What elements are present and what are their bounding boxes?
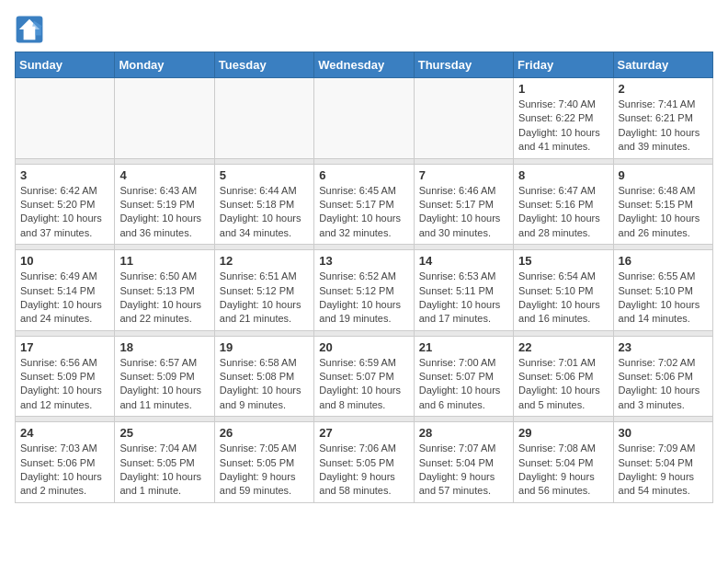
calendar-cell: 13Sunrise: 6:52 AM Sunset: 5:12 PM Dayli… [314, 250, 414, 331]
day-info: Sunrise: 6:46 AM Sunset: 5:17 PM Dayligh… [419, 184, 508, 241]
calendar-cell: 1Sunrise: 7:40 AM Sunset: 6:22 PM Daylig… [514, 78, 613, 159]
day-info: Sunrise: 7:04 AM Sunset: 5:05 PM Dayligh… [119, 442, 209, 499]
weekday-header-wednesday: Wednesday [314, 52, 414, 78]
calendar-cell [214, 78, 313, 159]
day-info: Sunrise: 6:53 AM Sunset: 5:11 PM Dayligh… [419, 270, 508, 327]
weekday-header-sunday: Sunday [16, 52, 115, 78]
day-info: Sunrise: 7:40 AM Sunset: 6:22 PM Dayligh… [518, 98, 608, 155]
calendar-cell: 19Sunrise: 6:58 AM Sunset: 5:08 PM Dayli… [214, 336, 313, 417]
day-info: Sunrise: 6:44 AM Sunset: 5:18 PM Dayligh… [220, 184, 309, 241]
day-number: 21 [419, 340, 508, 354]
day-info: Sunrise: 7:07 AM Sunset: 5:04 PM Dayligh… [419, 442, 508, 499]
day-info: Sunrise: 6:43 AM Sunset: 5:19 PM Dayligh… [119, 184, 209, 241]
day-info: Sunrise: 6:48 AM Sunset: 5:15 PM Dayligh… [619, 184, 708, 241]
day-number: 13 [319, 254, 408, 268]
calendar-cell: 26Sunrise: 7:05 AM Sunset: 5:05 PM Dayli… [214, 422, 313, 503]
day-number: 26 [220, 426, 309, 440]
day-number: 29 [518, 426, 608, 440]
weekday-header-row: SundayMondayTuesdayWednesdayThursdayFrid… [16, 52, 713, 78]
day-info: Sunrise: 6:56 AM Sunset: 5:09 PM Dayligh… [20, 356, 109, 413]
calendar-cell: 7Sunrise: 6:46 AM Sunset: 5:17 PM Daylig… [414, 164, 513, 245]
calendar-cell: 30Sunrise: 7:09 AM Sunset: 5:04 PM Dayli… [613, 422, 712, 503]
day-number: 18 [119, 340, 209, 354]
day-info: Sunrise: 7:03 AM Sunset: 5:06 PM Dayligh… [20, 442, 109, 499]
day-number: 11 [119, 254, 209, 268]
calendar-cell: 18Sunrise: 6:57 AM Sunset: 5:09 PM Dayli… [115, 336, 214, 417]
calendar-cell: 6Sunrise: 6:45 AM Sunset: 5:17 PM Daylig… [314, 164, 414, 245]
calendar-cell: 29Sunrise: 7:08 AM Sunset: 5:04 PM Dayli… [514, 422, 613, 503]
week-row-0: 1Sunrise: 7:40 AM Sunset: 6:22 PM Daylig… [16, 78, 713, 159]
day-number: 17 [20, 340, 109, 354]
calendar-cell [414, 78, 513, 159]
calendar-cell: 25Sunrise: 7:04 AM Sunset: 5:05 PM Dayli… [115, 422, 214, 503]
calendar-cell: 5Sunrise: 6:44 AM Sunset: 5:18 PM Daylig… [214, 164, 313, 245]
day-number: 9 [619, 168, 708, 182]
weekday-header-saturday: Saturday [613, 52, 712, 78]
day-number: 4 [119, 168, 209, 182]
day-info: Sunrise: 6:54 AM Sunset: 5:10 PM Dayligh… [518, 270, 608, 327]
calendar-cell: 4Sunrise: 6:43 AM Sunset: 5:19 PM Daylig… [115, 164, 214, 245]
day-number: 14 [419, 254, 508, 268]
calendar-cell [115, 78, 214, 159]
calendar-cell [16, 78, 115, 159]
day-info: Sunrise: 7:05 AM Sunset: 5:05 PM Dayligh… [220, 442, 309, 499]
day-info: Sunrise: 7:02 AM Sunset: 5:06 PM Dayligh… [619, 356, 708, 413]
week-row-3: 17Sunrise: 6:56 AM Sunset: 5:09 PM Dayli… [16, 336, 713, 417]
day-info: Sunrise: 6:59 AM Sunset: 5:07 PM Dayligh… [319, 356, 408, 413]
calendar-cell: 14Sunrise: 6:53 AM Sunset: 5:11 PM Dayli… [414, 250, 513, 331]
day-info: Sunrise: 6:49 AM Sunset: 5:14 PM Dayligh… [20, 270, 109, 327]
weekday-header-thursday: Thursday [414, 52, 513, 78]
day-number: 25 [119, 426, 209, 440]
calendar-cell: 10Sunrise: 6:49 AM Sunset: 5:14 PM Dayli… [16, 250, 115, 331]
day-info: Sunrise: 7:01 AM Sunset: 5:06 PM Dayligh… [518, 356, 608, 413]
day-info: Sunrise: 6:55 AM Sunset: 5:10 PM Dayligh… [619, 270, 708, 327]
day-info: Sunrise: 6:50 AM Sunset: 5:13 PM Dayligh… [119, 270, 209, 327]
day-info: Sunrise: 6:57 AM Sunset: 5:09 PM Dayligh… [119, 356, 209, 413]
calendar-cell: 22Sunrise: 7:01 AM Sunset: 5:06 PM Dayli… [514, 336, 613, 417]
calendar-cell: 21Sunrise: 7:00 AM Sunset: 5:07 PM Dayli… [414, 336, 513, 417]
day-info: Sunrise: 7:09 AM Sunset: 5:04 PM Dayligh… [619, 442, 708, 499]
day-info: Sunrise: 6:47 AM Sunset: 5:16 PM Dayligh… [518, 184, 608, 241]
week-row-1: 3Sunrise: 6:42 AM Sunset: 5:20 PM Daylig… [16, 164, 713, 245]
calendar-cell: 2Sunrise: 7:41 AM Sunset: 6:21 PM Daylig… [613, 78, 712, 159]
day-number: 16 [619, 254, 708, 268]
day-number: 22 [518, 340, 608, 354]
day-number: 15 [518, 254, 608, 268]
day-number: 8 [518, 168, 608, 182]
day-info: Sunrise: 6:58 AM Sunset: 5:08 PM Dayligh… [220, 356, 309, 413]
day-number: 23 [619, 340, 708, 354]
day-info: Sunrise: 7:08 AM Sunset: 5:04 PM Dayligh… [518, 442, 608, 499]
day-number: 7 [419, 168, 508, 182]
day-info: Sunrise: 6:52 AM Sunset: 5:12 PM Dayligh… [319, 270, 408, 327]
calendar-cell: 27Sunrise: 7:06 AM Sunset: 5:05 PM Dayli… [314, 422, 414, 503]
week-row-4: 24Sunrise: 7:03 AM Sunset: 5:06 PM Dayli… [16, 422, 713, 503]
day-number: 6 [319, 168, 408, 182]
calendar-cell: 15Sunrise: 6:54 AM Sunset: 5:10 PM Dayli… [514, 250, 613, 331]
day-number: 3 [20, 168, 109, 182]
day-number: 19 [220, 340, 309, 354]
calendar-cell: 20Sunrise: 6:59 AM Sunset: 5:07 PM Dayli… [314, 336, 414, 417]
calendar-cell: 24Sunrise: 7:03 AM Sunset: 5:06 PM Dayli… [16, 422, 115, 503]
week-row-2: 10Sunrise: 6:49 AM Sunset: 5:14 PM Dayli… [16, 250, 713, 331]
calendar-cell: 11Sunrise: 6:50 AM Sunset: 5:13 PM Dayli… [115, 250, 214, 331]
day-info: Sunrise: 7:06 AM Sunset: 5:05 PM Dayligh… [319, 442, 408, 499]
calendar-cell: 9Sunrise: 6:48 AM Sunset: 5:15 PM Daylig… [613, 164, 712, 245]
day-info: Sunrise: 6:51 AM Sunset: 5:12 PM Dayligh… [220, 270, 309, 327]
logo-icon [15, 15, 44, 44]
day-info: Sunrise: 6:45 AM Sunset: 5:17 PM Dayligh… [319, 184, 408, 241]
day-number: 1 [518, 82, 608, 96]
day-number: 28 [419, 426, 508, 440]
day-number: 20 [319, 340, 408, 354]
day-number: 2 [619, 82, 708, 96]
day-info: Sunrise: 6:42 AM Sunset: 5:20 PM Dayligh… [20, 184, 109, 241]
calendar-cell: 3Sunrise: 6:42 AM Sunset: 5:20 PM Daylig… [16, 164, 115, 245]
day-info: Sunrise: 7:41 AM Sunset: 6:21 PM Dayligh… [619, 98, 708, 155]
day-number: 27 [319, 426, 408, 440]
day-number: 24 [20, 426, 109, 440]
calendar-cell: 17Sunrise: 6:56 AM Sunset: 5:09 PM Dayli… [16, 336, 115, 417]
day-number: 10 [20, 254, 109, 268]
day-info: Sunrise: 7:00 AM Sunset: 5:07 PM Dayligh… [419, 356, 508, 413]
page-header [15, 15, 713, 44]
weekday-header-monday: Monday [115, 52, 214, 78]
calendar-cell: 28Sunrise: 7:07 AM Sunset: 5:04 PM Dayli… [414, 422, 513, 503]
